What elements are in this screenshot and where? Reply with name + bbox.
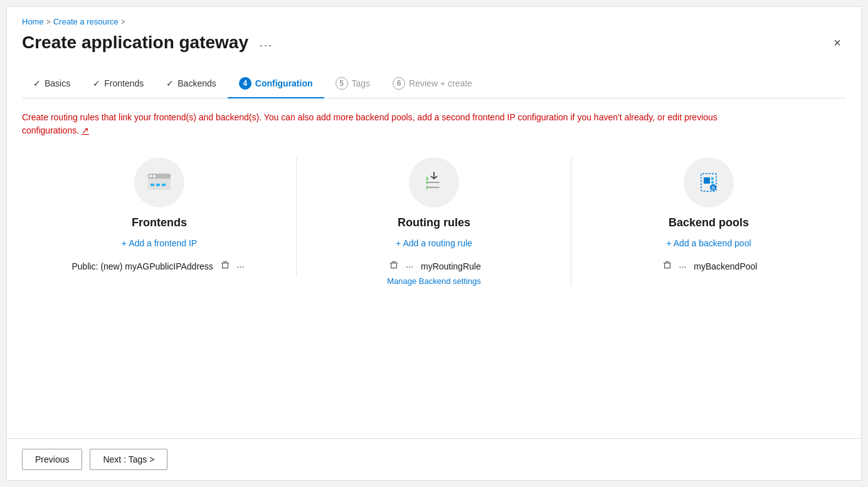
svg-rect-4 xyxy=(162,184,166,186)
tab-backends[interactable]: ✓ Backends xyxy=(155,72,227,97)
columns-container: Frontends + Add a frontend IP Public: (n… xyxy=(22,157,846,286)
svg-rect-16 xyxy=(392,261,396,262)
tab-backends-check: ✓ xyxy=(166,78,174,88)
svg-rect-3 xyxy=(156,184,160,186)
routing-rule-item-label: myRoutingRule xyxy=(421,261,481,271)
routing-rules-title: Routing rules xyxy=(398,216,470,229)
svg-rect-8 xyxy=(223,261,227,262)
manage-backend-settings-link[interactable]: Manage Backend settings xyxy=(387,276,481,286)
title-left: Create application gateway ... xyxy=(22,33,277,53)
routing-rules-column: Routing rules + Add a routing rule xyxy=(297,157,571,286)
svg-rect-9 xyxy=(222,263,223,268)
frontend-delete-button[interactable] xyxy=(218,259,232,273)
add-frontend-ip-link[interactable]: + Add a frontend IP xyxy=(122,238,197,248)
breadcrumb-sep2: > xyxy=(121,18,125,26)
frontend-item-actions: ··· xyxy=(218,259,247,273)
backend-pool-item-actions: ··· xyxy=(660,259,689,273)
backend-pool-delete-button[interactable] xyxy=(660,259,674,273)
svg-rect-22 xyxy=(711,177,714,180)
breadcrumb-sep1: > xyxy=(46,18,51,26)
page-title: Create application gateway xyxy=(22,33,248,53)
svg-rect-21 xyxy=(704,177,710,184)
panel-content: ✓ Basics ✓ Frontends ✓ Backends 4 Config… xyxy=(7,58,861,438)
tab-review-create-num: 6 xyxy=(393,77,405,90)
tab-basics[interactable]: ✓ Basics xyxy=(22,72,82,97)
tab-configuration-label: Configuration xyxy=(255,78,313,88)
svg-rect-29 xyxy=(669,263,670,268)
svg-rect-23 xyxy=(711,181,714,184)
svg-rect-17 xyxy=(391,263,391,268)
routing-rule-more-button[interactable]: ··· xyxy=(403,260,416,273)
svg-rect-2 xyxy=(151,184,154,186)
panel-footer: Previous Next : Tags > xyxy=(7,438,861,480)
previous-button[interactable]: Previous xyxy=(22,449,82,470)
add-routing-rule-link[interactable]: + Add a routing rule xyxy=(396,238,472,248)
svg-point-6 xyxy=(153,175,156,177)
backend-pool-item-label: myBackendPool xyxy=(694,261,757,271)
routing-rule-item-row: ··· myRoutingRule xyxy=(309,259,559,273)
add-backend-pool-link[interactable]: + Add a backend pool xyxy=(666,238,751,248)
svg-text:G: G xyxy=(712,186,716,190)
backend-pool-more-button[interactable]: ··· xyxy=(677,260,689,273)
routing-rule-item-actions: ··· xyxy=(387,259,416,273)
breadcrumb-create-resource[interactable]: Create a resource xyxy=(53,17,119,26)
breadcrumb-home[interactable]: Home xyxy=(22,17,44,26)
backend-pools-column: G Backend pools + Add a backend pool xyxy=(571,157,846,276)
title-row: Create application gateway ... × xyxy=(22,33,846,53)
svg-rect-18 xyxy=(396,263,397,268)
svg-rect-19 xyxy=(391,268,397,268)
close-button[interactable]: × xyxy=(828,33,846,53)
tab-tags-label: Tags xyxy=(352,78,371,88)
tab-frontends-label: Frontends xyxy=(104,78,144,88)
more-options-button[interactable]: ... xyxy=(256,35,277,51)
svg-rect-11 xyxy=(222,268,228,268)
frontend-more-button[interactable]: ··· xyxy=(235,260,247,273)
create-gateway-panel: Home > Create a resource > Create applic… xyxy=(6,6,862,481)
tab-backends-label: Backends xyxy=(177,78,216,88)
panel-header: Home > Create a resource > Create applic… xyxy=(7,7,861,58)
frontends-icon-circle xyxy=(134,157,184,207)
svg-point-5 xyxy=(149,175,152,177)
breadcrumb: Home > Create a resource > xyxy=(22,17,846,26)
svg-rect-28 xyxy=(664,263,665,268)
tab-tags[interactable]: 5 Tags xyxy=(324,71,382,98)
backend-pool-item-row: ··· myBackendPool xyxy=(584,259,834,273)
tabs-bar: ✓ Basics ✓ Frontends ✓ Backends 4 Config… xyxy=(22,70,846,98)
routing-rule-delete-button[interactable] xyxy=(387,259,401,273)
frontends-title: Frontends xyxy=(132,216,187,229)
next-button[interactable]: Next : Tags > xyxy=(90,449,167,470)
tab-basics-check: ✓ xyxy=(33,78,41,88)
tab-tags-num: 5 xyxy=(336,77,348,90)
tab-review-create[interactable]: 6 Review + create xyxy=(381,71,484,98)
frontends-column: Frontends + Add a frontend IP Public: (n… xyxy=(22,157,297,276)
tab-frontends[interactable]: ✓ Frontends xyxy=(82,72,155,97)
tab-basics-label: Basics xyxy=(45,78,70,88)
tab-configuration-num: 4 xyxy=(239,77,251,90)
backend-pools-icon-circle: G xyxy=(684,157,734,207)
svg-rect-27 xyxy=(665,261,669,262)
tab-review-create-label: Review + create xyxy=(409,78,472,88)
backend-pools-title: Backend pools xyxy=(669,216,749,229)
tab-frontends-check: ✓ xyxy=(93,78,100,88)
frontend-item-label: Public: (new) myAGPublicIPAddress xyxy=(71,261,213,271)
svg-rect-10 xyxy=(228,263,228,268)
external-link[interactable]: ↗ xyxy=(82,125,89,135)
svg-rect-30 xyxy=(664,268,670,268)
frontend-item-row: Public: (new) myAGPublicIPAddress ·· xyxy=(34,259,284,273)
description-text: Create routing rules that link your fron… xyxy=(22,111,775,137)
tab-configuration[interactable]: 4 Configuration xyxy=(228,71,324,98)
routing-rules-icon-circle xyxy=(409,157,459,207)
